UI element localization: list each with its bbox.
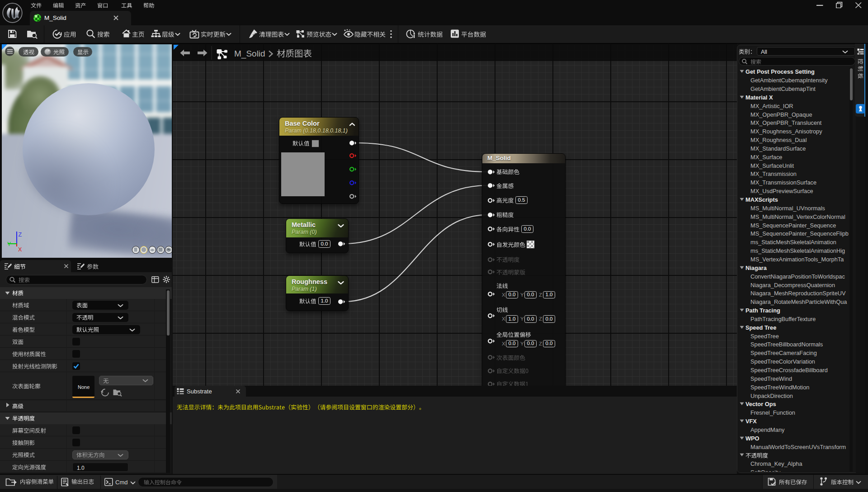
svg-text:Z: Z [19,232,22,238]
svg-text:X: X [18,246,22,253]
svg-text:Y: Y [7,241,11,247]
